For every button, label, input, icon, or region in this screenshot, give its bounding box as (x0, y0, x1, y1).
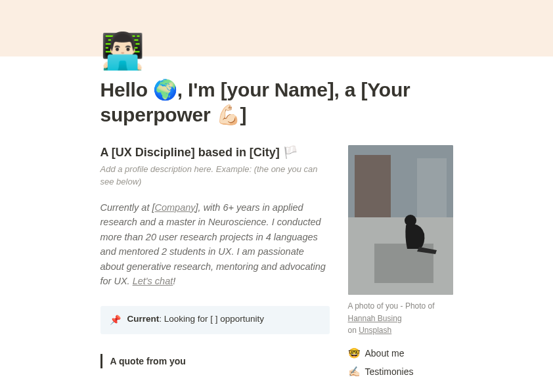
callout-bold: Current (127, 314, 160, 324)
about-me-link[interactable]: 🤓 About me (348, 347, 453, 359)
caption-pre: A photo of you - Photo of (348, 301, 435, 311)
bio-text-pre: Currently at [ (100, 202, 155, 213)
bio-text-post: ! (173, 276, 175, 286)
profile-photo[interactable] (348, 145, 453, 295)
company-link[interactable]: Company (155, 202, 196, 213)
page-title[interactable]: Hello 🌍, I'm [your Name], a [Your superp… (100, 77, 453, 127)
page-content: 👨🏻‍💻 Hello 🌍, I'm [your Name], a [Your s… (98, 33, 456, 392)
lets-chat-link[interactable]: Let's chat (133, 276, 173, 286)
caption-mid: on (348, 326, 359, 335)
description-hint[interactable]: Add a profile description here. Example:… (100, 163, 330, 188)
callout-text: Current: Looking for [ ] opportunity (127, 314, 265, 324)
testimonies-link[interactable]: ✍🏻 Testimonies (348, 366, 453, 378)
bio-text-mid: ], with 6+ years in applied research and… (100, 202, 326, 286)
right-column: A photo of you - Photo of Hannah Busing … (348, 145, 453, 388)
testimonies-label: Testimonies (365, 366, 414, 377)
side-links: 🤓 About me ✍🏻 Testimonies (348, 347, 453, 378)
photo-credit-link[interactable]: Hannah Busing (348, 314, 402, 323)
bio-paragraph[interactable]: Currently at [Company], with 6+ years in… (100, 200, 330, 289)
left-column: A [UX Discipline] based in [City] 🏳️ Add… (100, 145, 330, 388)
writing-hand-icon: ✍🏻 (348, 366, 360, 378)
current-callout[interactable]: 📌 Current: Looking for [ ] opportunity (100, 306, 330, 335)
svg-rect-2 (355, 155, 391, 217)
callout-rest: : Looking for [ ] opportunity (159, 314, 264, 324)
quote-block[interactable]: A quote from you (100, 354, 330, 368)
photo-placeholder-svg (348, 145, 453, 295)
two-column-layout: A [UX Discipline] based in [City] 🏳️ Add… (100, 145, 453, 388)
nerd-face-icon: 🤓 (348, 347, 360, 359)
svg-rect-3 (417, 158, 447, 217)
pushpin-icon: 📌 (110, 314, 121, 327)
page-icon[interactable]: 👨🏻‍💻 (100, 33, 453, 68)
photo-caption: A photo of you - Photo of Hannah Busing … (348, 300, 453, 337)
about-me-label: About me (365, 348, 405, 359)
subheading[interactable]: A [UX Discipline] based in [City] 🏳️ (100, 145, 330, 160)
unsplash-link[interactable]: Unsplash (359, 326, 391, 335)
